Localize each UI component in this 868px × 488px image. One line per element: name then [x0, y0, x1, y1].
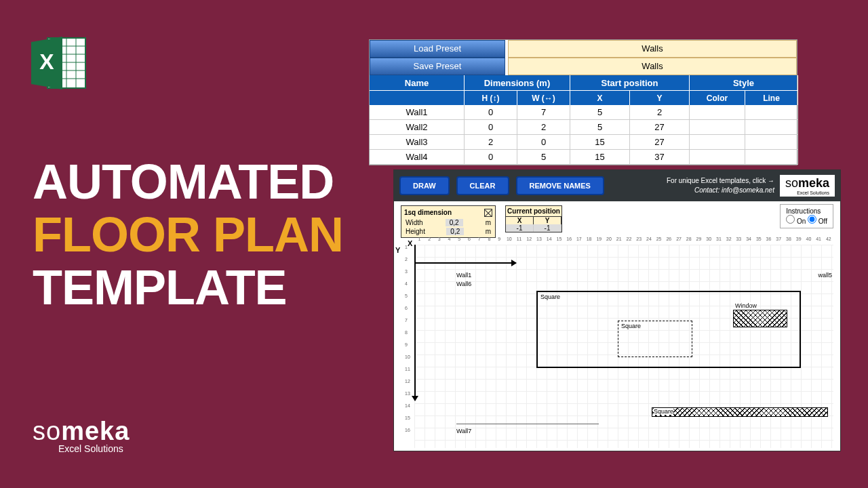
width-input[interactable]: 0,2: [446, 219, 463, 226]
draw-button[interactable]: DRAW: [399, 176, 450, 195]
someka-logo: someka Excel Solutions: [33, 417, 130, 454]
data-panel: Load Preset Walls Save Preset Walls Name…: [369, 39, 797, 165]
table-row[interactable]: Wall202527: [370, 120, 797, 135]
current-position-box: Current position XY -1-1: [505, 205, 562, 232]
table-row[interactable]: Wall3201527: [370, 135, 797, 150]
window-shape[interactable]: Window: [733, 310, 787, 327]
excel-icon: X: [28, 33, 90, 96]
preset-name-1[interactable]: Walls: [508, 40, 797, 58]
table-row[interactable]: Wall4051537: [370, 150, 797, 165]
square-dashed-shape[interactable]: Square: [618, 321, 692, 357]
table-header: Name Dimensions (m) Start position Style: [370, 75, 797, 90]
dimension-box: 1sq dimension Width0,2m Height0,2m: [401, 205, 496, 238]
instructions-box: Instructions On Off: [780, 204, 833, 228]
svg-text:X: X: [39, 49, 54, 74]
drawing-grid[interactable]: Y 12345678910111213141516171819202122232…: [414, 245, 833, 448]
someka-badge: somekaExcel Solutions: [780, 175, 835, 197]
remove-names-button[interactable]: REMOVE NAMES: [516, 176, 604, 195]
close-icon[interactable]: [484, 209, 492, 217]
page-title: AUTOMATED FLOOR PLAN TEMPLATE: [33, 156, 343, 314]
load-preset-button[interactable]: Load Preset: [370, 40, 505, 58]
toolbar-info: For unique Excel templates, click → Cont…: [667, 176, 774, 195]
table-subheader: H (↕) W (↔) X Y Color Line: [370, 90, 797, 105]
height-input[interactable]: 0,2: [446, 228, 464, 235]
clear-button[interactable]: CLEAR: [456, 176, 509, 195]
instructions-off-radio[interactable]: Off: [808, 218, 827, 225]
drawing-panel: DRAW CLEAR REMOVE NAMES For unique Excel…: [393, 169, 841, 451]
instructions-on-radio[interactable]: On: [786, 218, 806, 225]
save-preset-button[interactable]: Save Preset: [370, 58, 505, 75]
table-row[interactable]: Wall10752: [370, 105, 797, 120]
hatch-shape[interactable]: Square: [652, 407, 828, 417]
preset-name-2[interactable]: Walls: [508, 58, 797, 75]
